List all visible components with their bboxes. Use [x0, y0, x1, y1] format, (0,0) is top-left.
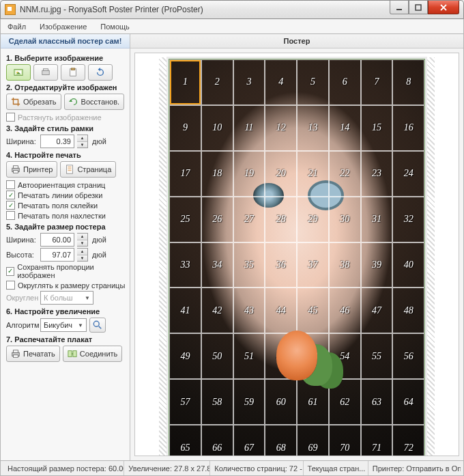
join-button[interactable]: Соединить — [63, 346, 123, 362]
poster-tile[interactable]: 70 — [329, 425, 361, 456]
poster-tile[interactable]: 32 — [392, 197, 424, 242]
menu-image[interactable]: Изображение — [35, 21, 91, 32]
poster-tile[interactable]: 66 — [201, 425, 233, 456]
rounding-combo[interactable]: К больш▼ — [40, 291, 93, 305]
auto-orient-checkbox[interactable] — [6, 180, 15, 189]
poster-tile[interactable]: 54 — [329, 333, 361, 379]
poster-tile[interactable]: 48 — [392, 288, 424, 333]
poster-tile[interactable]: 30 — [329, 197, 361, 242]
poster-tile[interactable]: 28 — [265, 197, 297, 242]
poster-tile[interactable]: 58 — [201, 379, 233, 425]
overlap-fields-checkbox[interactable] — [6, 211, 15, 220]
glue-fields-checkbox[interactable] — [6, 201, 15, 210]
stretch-checkbox[interactable] — [6, 113, 15, 122]
poster-tile[interactable]: 46 — [329, 288, 361, 333]
open-image-button[interactable] — [6, 64, 31, 81]
clipboard-button[interactable] — [61, 64, 85, 81]
poster-tile[interactable]: 69 — [297, 425, 329, 456]
restore-button[interactable]: Восстанов. — [64, 94, 125, 110]
poster-tile[interactable]: 22 — [329, 151, 361, 197]
poster-tile[interactable]: 5 — [297, 59, 329, 105]
crop-button[interactable]: Обрезать — [6, 94, 61, 110]
poster-tile[interactable]: 4 — [265, 59, 297, 105]
poster-tile[interactable]: 15 — [361, 105, 393, 151]
menu-file[interactable]: Файл — [3, 21, 30, 32]
border-width-input[interactable]: 0.39 — [40, 135, 74, 148]
poster-tile[interactable]: 72 — [392, 425, 424, 456]
poster-tile[interactable]: 38 — [329, 242, 361, 288]
poster-tile[interactable]: 2 — [201, 59, 233, 105]
poster-tile[interactable]: 27 — [233, 197, 265, 242]
poster-tile[interactable]: 50 — [201, 333, 233, 379]
poster-tile[interactable]: 34 — [201, 242, 233, 288]
poster-tile[interactable]: 29 — [297, 197, 329, 242]
poster-tile[interactable]: 41 — [169, 288, 201, 333]
keep-prop-checkbox[interactable] — [6, 267, 14, 276]
menu-help[interactable]: Помощь — [96, 21, 134, 32]
poster-tile[interactable]: 44 — [265, 288, 297, 333]
maximize-button[interactable] — [409, 1, 428, 14]
poster-tile[interactable]: 43 — [233, 288, 265, 333]
poster-tile[interactable]: 55 — [361, 333, 393, 379]
minimize-button[interactable] — [390, 1, 409, 14]
poster-tile[interactable]: 61 — [297, 379, 329, 425]
poster-tile[interactable]: 14 — [329, 105, 361, 151]
poster-height-input[interactable]: 97.07 — [40, 248, 74, 262]
poster-tile[interactable]: 16 — [392, 105, 424, 151]
poster-tile[interactable]: 23 — [361, 151, 393, 197]
border-width-spinner[interactable]: ▲▼ — [77, 135, 88, 148]
poster-tile[interactable]: 49 — [169, 333, 201, 379]
poster-tile[interactable]: 19 — [233, 151, 265, 197]
poster-tile[interactable]: 68 — [265, 425, 297, 456]
print-button[interactable]: Печатать — [6, 346, 60, 362]
poster-tile[interactable]: 51 — [233, 333, 265, 379]
page-button[interactable]: Страница — [60, 161, 116, 178]
cut-lines-checkbox[interactable] — [6, 191, 15, 199]
poster-tile[interactable]: 42 — [201, 288, 233, 333]
poster-tile[interactable]: 65 — [169, 425, 201, 456]
poster-tile[interactable]: 24 — [392, 151, 424, 197]
poster-tile[interactable]: 53 — [297, 333, 329, 379]
poster-tile[interactable]: 57 — [169, 379, 201, 425]
poster-tile[interactable]: 67 — [233, 425, 265, 456]
poster-tile[interactable]: 1 — [169, 59, 201, 105]
poster-tile[interactable]: 52 — [265, 333, 297, 379]
close-button[interactable] — [428, 1, 459, 14]
poster-tile[interactable]: 39 — [361, 242, 393, 288]
scan-button[interactable] — [33, 64, 58, 81]
poster-tile[interactable]: 47 — [361, 288, 393, 333]
poster-height-spinner[interactable]: ▲▼ — [77, 248, 88, 262]
poster-tile[interactable]: 37 — [297, 242, 329, 288]
poster-tile[interactable]: 9 — [169, 105, 201, 151]
poster-tile[interactable]: 64 — [392, 379, 424, 425]
poster-tile[interactable]: 3 — [233, 59, 265, 105]
poster-tile[interactable]: 71 — [361, 425, 393, 456]
poster-preview[interactable]: 1234567891011121314151617181920212223242… — [169, 59, 425, 456]
poster-tile[interactable]: 21 — [297, 151, 329, 197]
printer-button[interactable]: Принтер — [6, 161, 57, 178]
poster-width-spinner[interactable]: ▲▼ — [77, 233, 88, 247]
poster-tile[interactable]: 20 — [265, 151, 297, 197]
poster-tile[interactable]: 11 — [233, 105, 265, 151]
poster-tile[interactable]: 40 — [392, 242, 424, 288]
poster-tile[interactable]: 25 — [169, 197, 201, 242]
poster-tile[interactable]: 62 — [329, 379, 361, 425]
poster-tile[interactable]: 56 — [392, 333, 424, 379]
poster-width-input[interactable]: 60.00 — [40, 233, 74, 247]
rotate-button[interactable] — [88, 64, 113, 81]
poster-tile[interactable]: 18 — [201, 151, 233, 197]
poster-tile[interactable]: 59 — [233, 379, 265, 425]
poster-tile[interactable]: 33 — [169, 242, 201, 288]
poster-tile[interactable]: 63 — [361, 379, 393, 425]
poster-tile[interactable]: 12 — [265, 105, 297, 151]
poster-tile[interactable]: 6 — [329, 59, 361, 105]
round-page-checkbox[interactable] — [6, 281, 15, 290]
poster-tile[interactable]: 17 — [169, 151, 201, 197]
poster-tile[interactable]: 10 — [201, 105, 233, 151]
poster-tile[interactable]: 36 — [265, 242, 297, 288]
poster-tile[interactable]: 35 — [233, 242, 265, 288]
poster-tile[interactable]: 60 — [265, 379, 297, 425]
poster-tile[interactable]: 26 — [201, 197, 233, 242]
poster-tile[interactable]: 8 — [392, 59, 424, 105]
poster-tile[interactable]: 31 — [361, 197, 393, 242]
